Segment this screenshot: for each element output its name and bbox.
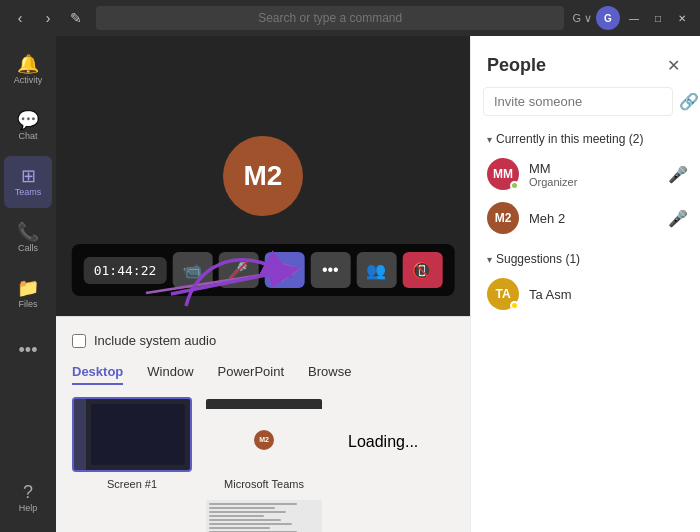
- more-button[interactable]: •••: [310, 252, 350, 288]
- user-label: G ∨: [572, 12, 592, 25]
- person-taasm-avatar: TA: [487, 278, 519, 310]
- currently-in-meeting-header[interactable]: ▾ Currently in this meeting (2): [471, 128, 700, 152]
- include-audio-checkbox[interactable]: [72, 334, 86, 348]
- suggestions-caret-icon: ▾: [487, 254, 492, 265]
- people-list: MM MM Organizer 🎤 M2 Meh 2: [471, 152, 700, 240]
- title-bar: ‹ › ✎ G ∨ G — □ ✕: [0, 0, 700, 36]
- calls-icon: 📞: [17, 223, 39, 241]
- share-icon: ⬆: [278, 261, 291, 280]
- back-button[interactable]: ‹: [8, 6, 32, 30]
- sidebar-label-teams: Teams: [15, 187, 42, 197]
- powerpoint-loading: Loading...: [348, 397, 418, 451]
- meeting-timer: 01:44:22: [84, 257, 167, 284]
- suggestions-list: TA Ta Asm: [471, 272, 700, 316]
- search-input[interactable]: [96, 6, 564, 30]
- sidebar-item-help[interactable]: ? Help: [4, 472, 52, 524]
- screen1-thumb[interactable]: [72, 397, 192, 472]
- doc-thumb[interactable]: [204, 498, 324, 532]
- share-button[interactable]: ⬆: [264, 252, 304, 288]
- teams-label: Microsoft Teams: [224, 478, 304, 490]
- person-mm[interactable]: MM MM Organizer 🎤: [471, 152, 700, 196]
- person-taasm-initials: TA: [495, 287, 510, 301]
- end-call-icon: 📵: [412, 261, 432, 280]
- participants-icon: 👥: [366, 261, 386, 280]
- tab-desktop[interactable]: Desktop: [72, 364, 123, 385]
- tab-window[interactable]: Window: [147, 364, 193, 385]
- sidebar-item-more[interactable]: •••: [4, 324, 52, 376]
- person-meh2-initials: M2: [495, 211, 512, 225]
- sidebar-label-help: Help: [19, 503, 38, 513]
- person-taasm-info: Ta Asm: [529, 287, 688, 302]
- screen1-label: Screen #1: [107, 478, 157, 490]
- teams-item: M2 Microsoft Teams: [204, 397, 324, 490]
- sidebar-item-files[interactable]: 📁 Files: [4, 268, 52, 320]
- mic-button[interactable]: 🎤: [218, 252, 258, 288]
- share-content: Screen #1 M2: [72, 397, 454, 532]
- screen-share-panel: Include system audio Desktop Window Powe…: [56, 317, 470, 532]
- person-meh2-mic-icon: 🎤: [668, 209, 688, 228]
- people-panel: People ✕ 🔗 ▾ Currently in this meeting (…: [470, 36, 700, 532]
- close-window-button[interactable]: ✕: [672, 8, 692, 28]
- loading-text: Loading...: [348, 433, 418, 450]
- more-icon: •••: [19, 341, 38, 359]
- teams-thumb[interactable]: M2: [204, 397, 324, 472]
- content-area: M2 01:44:22 📹 🎤 ⬆ •••: [56, 36, 700, 532]
- teams-thumb-avatar: M2: [254, 430, 274, 450]
- person-mm-role: Organizer: [529, 176, 658, 188]
- sidebar-label-files: Files: [18, 299, 37, 309]
- person-mm-info: MM Organizer: [529, 161, 658, 188]
- screen1-item: Screen #1: [72, 397, 192, 532]
- main-layout: 🔔 Activity 💬 Chat ⊞ Teams 📞 Calls 📁 File…: [0, 36, 700, 532]
- currently-in-meeting-label: Currently in this meeting (2): [496, 132, 643, 146]
- sidebar: 🔔 Activity 💬 Chat ⊞ Teams 📞 Calls 📁 File…: [0, 36, 56, 532]
- thumb-sidebar: [74, 399, 86, 470]
- sidebar-item-teams[interactable]: ⊞ Teams: [4, 156, 52, 208]
- invite-input[interactable]: [483, 87, 673, 116]
- chat-icon: 💬: [17, 111, 39, 129]
- sidebar-item-chat[interactable]: 💬 Chat: [4, 100, 52, 152]
- teams-thumb-body: M2: [206, 409, 322, 470]
- sidebar-item-calls[interactable]: 📞 Calls: [4, 212, 52, 264]
- person-mm-mic-icon: 🎤: [668, 165, 688, 184]
- end-call-button[interactable]: 📵: [402, 252, 442, 288]
- teams-column: M2 Microsoft Teams: [204, 397, 324, 532]
- participants-button[interactable]: 👥: [356, 252, 396, 288]
- more-icon: •••: [322, 261, 339, 279]
- invite-row: 🔗: [471, 87, 700, 128]
- person-mm-name: MM: [529, 161, 658, 176]
- include-audio-label: Include system audio: [94, 333, 216, 348]
- suggestions-label: Suggestions (1): [496, 252, 580, 266]
- person-meh2-info: Meh 2: [529, 211, 658, 226]
- teams-thumb-header: [206, 399, 322, 409]
- person-meh2-name: Meh 2: [529, 211, 658, 226]
- video-button[interactable]: 📹: [172, 252, 212, 288]
- suggestions-header[interactable]: ▾ Suggestions (1): [471, 248, 700, 272]
- minimize-button[interactable]: —: [624, 8, 644, 28]
- invite-link-button[interactable]: 🔗: [679, 92, 699, 111]
- sidebar-item-activity[interactable]: 🔔 Activity: [4, 44, 52, 96]
- screen-thumbnails: Screen #1 M2: [72, 397, 324, 532]
- activity-icon: 🔔: [17, 55, 39, 73]
- share-tabs: Desktop Window PowerPoint Browse: [72, 364, 454, 385]
- close-people-button[interactable]: ✕: [663, 52, 684, 79]
- person-meh2[interactable]: M2 Meh 2 🎤: [471, 196, 700, 240]
- forward-button[interactable]: ›: [36, 6, 60, 30]
- thumb-content: [86, 399, 190, 470]
- sidebar-label-activity: Activity: [14, 75, 43, 85]
- doc-preview: [206, 500, 322, 532]
- maximize-button[interactable]: □: [648, 8, 668, 28]
- online-dot: [510, 181, 519, 190]
- person-taasm[interactable]: TA Ta Asm: [471, 272, 700, 316]
- compose-button[interactable]: ✎: [64, 6, 88, 30]
- tab-powerpoint[interactable]: PowerPoint: [218, 364, 284, 385]
- avatar: G: [596, 6, 620, 30]
- screen1-preview: [74, 399, 190, 470]
- sidebar-label-calls: Calls: [18, 243, 38, 253]
- people-title: People: [487, 55, 546, 76]
- meeting-area: M2 01:44:22 📹 🎤 ⬆ •••: [56, 36, 470, 532]
- suggestions-section: ▾ Suggestions (1) TA Ta Asm: [471, 248, 700, 316]
- tab-browse[interactable]: Browse: [308, 364, 351, 385]
- participant-avatar: M2: [223, 136, 303, 216]
- doc-lines: [209, 503, 319, 532]
- person-mm-initials: MM: [493, 167, 513, 181]
